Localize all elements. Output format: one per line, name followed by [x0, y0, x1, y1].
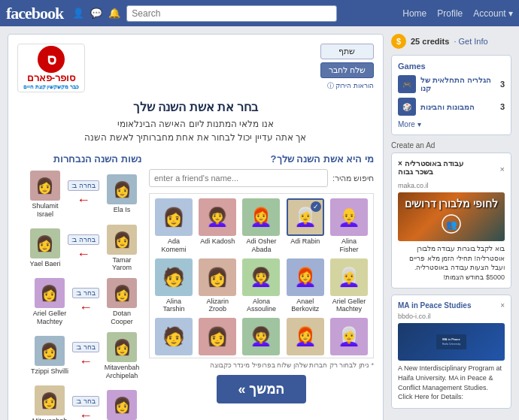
nav-account[interactable]: Account ▾ — [473, 8, 513, 19]
ad1-header: × עבודה באוסטרליה בשכר גבוה × — [398, 159, 505, 179]
credits-link[interactable]: · Get Info — [454, 37, 487, 46]
credits-amount: 25 credits — [411, 37, 449, 46]
friend-grid[interactable]: 👩Ada Komemi👩‍🦱Adi Kadosh👩‍🦰Adi Osher Aba… — [149, 193, 374, 358]
friend-picker: מי היא אשת השנה שלך? חיפוש מהיר: 👩Ada Ko… — [149, 153, 374, 420]
picker-search-row: חיפוש מהיר: — [149, 169, 374, 187]
svg-rect-2 — [436, 334, 466, 349]
friend-item[interactable]: 👩Ada Komemi — [154, 198, 193, 254]
ad1-close-icon[interactable]: × — [500, 165, 505, 174]
search-label: חיפוש מהיר: — [332, 174, 374, 183]
friend-item[interactable]: 👩‍🦲Alina Fisher — [329, 198, 369, 254]
nomination-item: 👩Tamar Yaromבחרה ב:←👩Yael Baeri — [17, 225, 141, 273]
ad2-header: MA in Peace Studies × — [398, 301, 505, 310]
search-input[interactable] — [126, 5, 337, 22]
right-sidebar: $ 25 credits · Get Info Games 🎮 הגלריה ה… — [391, 34, 511, 409]
games-more[interactable]: More ▾ — [398, 120, 505, 128]
friend-item[interactable]: 👩‍🦳Ariel Geller Machtey — [329, 258, 369, 314]
game-name-1: הגלריה התחלאית של קנו — [420, 76, 496, 92]
facebook-logo: facebook — [6, 4, 63, 23]
nomination-item: 👩Alon Layoshבחר ב:←👩Mitavenbah Archipela… — [17, 385, 141, 420]
friend-item[interactable]: 👩‍🦰Anael Berkovitz — [286, 258, 325, 314]
nav-links: Home Profile Account ▾ — [402, 8, 513, 19]
ad-2: MA in Peace Studies × bbdo-i.co.il MA in… — [391, 295, 511, 408]
share-button[interactable]: שתף — [320, 44, 374, 59]
app-logo: ס סופר-פארם כבר מקשקשין קצת חיים — [17, 44, 85, 92]
center-content: ס סופר-פארם כבר מקשקשין קצת חיים שתף שלח… — [8, 34, 384, 420]
friend-search-input[interactable] — [149, 169, 328, 187]
ad-1: × עבודה באוסטרליה בשכר גבוה × maka.co.il… — [391, 153, 511, 289]
continue-button[interactable]: המשך » — [217, 375, 305, 403]
friend-item[interactable]: 🧑Atara Gal — [154, 318, 193, 358]
nomination-item: 👩Mitavenbah Archipelahבחר ב:←👩Tzippi Shv… — [17, 332, 141, 380]
ad1-label: × עבודה באוסטרליה בשכר גבוה — [398, 159, 463, 176]
friend-item[interactable]: 👩Avia Wittner — [198, 318, 237, 358]
picker-note: * ניתן לבחור רק חברות שלהן שלוח בפרופיל … — [149, 361, 374, 369]
app-header: ס סופר-פארם כבר מקשקשין קצת חיים שתף שלח… — [17, 44, 374, 92]
panels: נשות השנה הנבחרות 👩Ela Isבחרה ב:←👩Shulam… — [17, 153, 374, 420]
more-button[interactable]: הוראות הירוק ⓘ — [320, 81, 374, 91]
picker-title: מי היא אשת השנה שלך? — [149, 153, 374, 165]
game-info-2: המבונות והבינות — [420, 103, 496, 111]
games-title: Games — [398, 62, 505, 71]
svg-text:Haifa University: Haifa University — [442, 343, 461, 346]
game-icon-1: 🎮 — [398, 75, 416, 93]
logo-circle: ס — [38, 46, 65, 73]
nav-profile[interactable]: Profile — [437, 8, 463, 19]
create-ad-link[interactable]: Create an Ad — [391, 141, 511, 150]
games-section: Games 🎮 הגלריה התחלאית של קנו 3 🎲 המבונו… — [391, 55, 511, 135]
messages-icon: 💬 — [90, 8, 102, 19]
ad2-image: MA in Peace Haifa University — [398, 323, 505, 361]
friend-item[interactable]: 🧑Alina Tarshin — [154, 258, 193, 314]
ad1-body: בוא לקבל בוגרות עבודה מלבורן אוסטרליה! ת… — [398, 244, 505, 282]
game-count-1: 3 — [500, 80, 505, 89]
ad2-title: MA in Peace Studies — [398, 301, 471, 310]
logo-name: סופר-פארם — [27, 73, 75, 83]
nominations-panel: נשות השנה הנבחרות 👩Ela Isבחרה ב:←👩Shulam… — [17, 153, 141, 420]
friend-item[interactable]: 👩‍🦳✓Adi Rabin — [286, 198, 325, 254]
game-info-1: הגלריה התחלאית של קנו — [420, 76, 496, 92]
headline-title: בחר את אשת השנה שלך — [17, 100, 374, 114]
top-navigation: facebook 👤 💬 🔔 Home Profile Account ▾ — [0, 0, 519, 26]
friend-item[interactable]: 👩‍🦱Adi Kadosh — [198, 198, 237, 254]
credits-icon: $ — [391, 34, 406, 49]
ad2-body: A New Interdisciplinary Program at Haifa… — [398, 364, 505, 401]
friend-item[interactable]: 👩‍🦳Chen Yaffe — [329, 318, 369, 358]
headline-subtitle2: אך אתה עדיין יכול לבחור את אחת מחברותיך … — [17, 131, 374, 144]
ad2-close-icon[interactable]: × — [500, 301, 505, 310]
friends-icon: 👤 — [72, 8, 84, 19]
headline-subtitle1: אנו מלאי המתנות ליום האישה הבינלאומי — [17, 117, 374, 131]
game-item-1: 🎮 הגלריה התחלאית של קנו 3 — [398, 75, 505, 93]
nomination-item: 👩Dotan Cooperבחר ב:←👩Ariel Geller Machte… — [17, 278, 141, 326]
nav-home[interactable]: Home — [402, 8, 426, 19]
nomination-item: 👩Ela Isבחרה ב:←👩Shulamit Israel — [17, 171, 141, 219]
ad1-image: לחופי מלבורן דרושים 👥 — [398, 192, 505, 241]
ad1-domain: maka.co.il — [398, 182, 505, 189]
game-icon-2: 🎲 — [398, 98, 416, 116]
game-item-2: 🎲 המבונות והבינות 3 — [398, 98, 505, 116]
logo-sub: כבר מקשקשין קצת חיים — [23, 84, 80, 90]
credits-bar: $ 25 credits · Get Info — [391, 34, 511, 49]
app-buttons: שתף שלח לחבר הוראות הירוק ⓘ — [320, 44, 374, 91]
svg-text:MA in Peace: MA in Peace — [442, 337, 460, 341]
friend-item[interactable]: 👩Alizarin Zroob — [198, 258, 237, 314]
app-headline: בחר את אשת השנה שלך אנו מלאי המתנות ליום… — [17, 100, 374, 144]
send-button[interactable]: שלח לחבר — [320, 62, 374, 78]
nominations-title: נשות השנה הנבחרות — [17, 153, 141, 165]
nominations-list: 👩Ela Isבחרה ב:←👩Shulamit Israel👩Tamar Ya… — [17, 171, 141, 420]
friend-item[interactable]: 👩‍🦰Belén González — [286, 318, 325, 358]
friend-item[interactable]: 👩‍🦰Adi Osher Abada — [241, 198, 281, 254]
notifications-icon: 🔔 — [108, 8, 120, 19]
friend-item[interactable]: 👩‍🦱Avia Yehonadav — [241, 318, 281, 358]
svg-text:👥: 👥 — [446, 219, 457, 230]
game-name-2: המבונות והבינות — [420, 103, 496, 111]
ad1-image-text: לחופי מלבורן דרושים — [405, 198, 499, 210]
game-count-2: 3 — [500, 102, 505, 111]
ad2-domain: bbdo-i.co.il — [398, 313, 505, 320]
continue-btn-row: המשך » — [149, 375, 374, 403]
friend-item[interactable]: 👩‍🦱Alona Assouline — [241, 258, 281, 314]
